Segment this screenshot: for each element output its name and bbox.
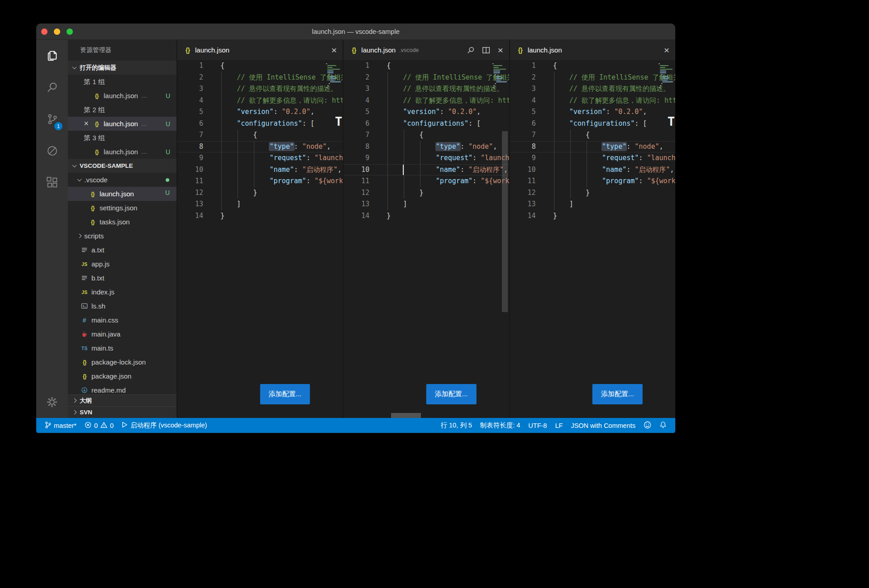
close-editor-icon[interactable]: × xyxy=(83,120,90,127)
file-item-b.txt[interactable]: b.txt xyxy=(68,271,177,285)
explorer-header[interactable]: VSCODE-SAMPLE xyxy=(68,159,177,173)
status-text: LF xyxy=(555,422,563,429)
code-line: 10 "name": "启动程序", xyxy=(177,164,343,176)
file-item-main.java[interactable]: main.java xyxy=(68,327,177,341)
code-text: // 使用 IntelliSense 了解相关属性。 xyxy=(536,72,675,84)
close-tab-button[interactable]: × xyxy=(497,46,503,55)
search-button[interactable] xyxy=(467,46,475,54)
close-tab-button[interactable]: × xyxy=(664,46,669,55)
code-line: 12 } xyxy=(510,187,675,199)
activity-source-control-button[interactable]: 1 xyxy=(36,103,68,135)
code-line: 2 // 使用 IntelliSense 了解相关属性。 xyxy=(510,72,675,84)
status-encoding[interactable]: UTF-8 xyxy=(524,418,551,433)
status-run-task[interactable]: 启动程序 (vscode-sample) xyxy=(118,418,211,433)
zoom-window-button[interactable] xyxy=(67,28,73,35)
tab-launch-json[interactable]: {}launch.json xyxy=(177,46,229,54)
sh-icon xyxy=(81,303,88,309)
status-language-mode[interactable]: JSON with Comments xyxy=(567,418,640,433)
split-editor-button[interactable] xyxy=(482,46,490,54)
activity-settings-button[interactable] xyxy=(36,386,68,418)
indent-guide xyxy=(254,141,254,187)
activity-extensions-button[interactable] xyxy=(36,166,68,198)
line-number: 6 xyxy=(510,118,536,130)
file-item-launch.json[interactable]: {}launch.jsonU xyxy=(68,187,177,201)
activity-explorer-button[interactable] xyxy=(36,40,68,71)
file-item-a.txt[interactable]: a.txt xyxy=(68,243,177,257)
titlebar[interactable]: launch.json — vscode-sample xyxy=(36,24,675,40)
code-line: 1{ xyxy=(177,60,343,72)
line-number: 10 xyxy=(177,164,203,176)
horizontal-scrollbar[interactable] xyxy=(391,413,421,418)
editor-content[interactable]: 1{2 // 使用 IntelliSense 了解相关属性。3 // 悬停以查看… xyxy=(344,60,509,418)
code-text: // 悬停以查看现有属性的描述。 xyxy=(369,83,503,95)
file-item-main.css[interactable]: #main.css xyxy=(68,313,177,327)
file-item-index.js[interactable]: JSindex.js xyxy=(68,285,177,299)
minimize-window-button[interactable] xyxy=(54,28,60,35)
status-text: UTF-8 xyxy=(528,422,547,429)
open-editor-item[interactable]: ×{}launch.json…U xyxy=(68,89,177,103)
status-notifications[interactable] xyxy=(655,418,671,433)
branch-icon xyxy=(45,421,51,430)
tab-launch-json[interactable]: {}launch.json xyxy=(510,46,562,54)
editor-content[interactable]: 1{2 // 使用 IntelliSense 了解相关属性。3 // 悬停以查看… xyxy=(510,60,675,418)
folder-item-scripts[interactable]: scripts xyxy=(68,229,177,243)
status-feedback[interactable] xyxy=(640,418,655,433)
status-problems[interactable]: 00 xyxy=(81,418,118,433)
code-line: 7 { xyxy=(510,129,675,141)
json-icon: {} xyxy=(89,205,96,211)
json-icon: {} xyxy=(89,219,96,225)
activity-search-button[interactable] xyxy=(36,71,68,103)
status-eol[interactable]: LF xyxy=(551,418,567,433)
editor-content[interactable]: 1{2 // 使用 IntelliSense 了解相关属性。3 // 悬停以查看… xyxy=(177,60,343,418)
minimap[interactable] xyxy=(326,63,341,89)
file-item-package.json[interactable]: {}package.json xyxy=(68,369,177,383)
line-number: 7 xyxy=(344,129,369,141)
line-number: 11 xyxy=(510,175,536,187)
git-status-badge: U xyxy=(165,189,170,196)
sidebar-section-svn[interactable]: SVN xyxy=(68,406,177,418)
vertical-scrollbar[interactable] xyxy=(502,131,508,312)
folder-item-.vscode[interactable]: .vscode xyxy=(68,173,177,187)
status-git-branch[interactable]: master* xyxy=(41,418,81,433)
code-text: "type": "node", xyxy=(369,141,497,153)
code-line: 9 "request": "launch", xyxy=(177,152,343,164)
activity-run-debug-button[interactable] xyxy=(36,135,68,166)
tab-launch-json[interactable]: {}launch.json.vscode xyxy=(344,46,419,54)
add-configuration-button[interactable]: 添加配置... xyxy=(592,384,643,404)
indent-guide xyxy=(554,72,554,210)
close-window-button[interactable] xyxy=(41,28,48,35)
code-text: "request": "launch", xyxy=(203,152,343,164)
minimap[interactable] xyxy=(492,63,508,89)
sidebar-section-outline[interactable]: 大纲 xyxy=(68,394,177,406)
minimap[interactable] xyxy=(659,63,674,89)
open-editor-item[interactable]: ×{}launch.json…U xyxy=(68,117,177,131)
overlay-letter: T xyxy=(668,114,675,128)
line-number: 12 xyxy=(177,187,203,199)
status-cursor-position[interactable]: 行 10, 列 5 xyxy=(436,418,476,433)
file-item-tasks.json[interactable]: {}tasks.json xyxy=(68,215,177,229)
status-text: master* xyxy=(54,422,76,429)
file-item-app.js[interactable]: JSapp.js xyxy=(68,257,177,271)
line-number: 2 xyxy=(177,72,203,84)
status-tab-size[interactable]: 制表符长度: 4 xyxy=(476,418,525,433)
open-editor-item[interactable]: ×{}launch.json…U xyxy=(68,145,177,159)
code-text: "name": "启动程序", xyxy=(203,164,342,176)
code-line: 2 // 使用 IntelliSense 了解相关属性。 xyxy=(177,72,343,84)
code-text: { xyxy=(369,60,391,72)
file-item-main.ts[interactable]: TSmain.ts xyxy=(68,341,177,355)
add-configuration-button[interactable]: 添加配置... xyxy=(260,384,310,404)
file-item-readme.md[interactable]: readme.md xyxy=(68,383,177,394)
file-item-package-lock.json[interactable]: {}package-lock.json xyxy=(68,355,177,369)
warning-icon xyxy=(100,422,107,430)
close-tab-button[interactable]: × xyxy=(331,46,337,55)
add-configuration-button[interactable]: 添加配置... xyxy=(426,384,477,404)
line-number: 7 xyxy=(510,129,536,141)
code-line: 6 "configurations": [ xyxy=(177,118,343,130)
window-title: launch.json — vscode-sample xyxy=(312,28,399,35)
file-item-ls.sh[interactable]: ls.sh xyxy=(68,299,177,313)
file-name: .vscode xyxy=(84,176,108,184)
line-number: 1 xyxy=(344,60,369,72)
git-status-badge: U xyxy=(166,148,170,156)
open-editors-header[interactable]: 打开的编辑器 xyxy=(68,61,177,75)
file-item-settings.json[interactable]: {}settings.json xyxy=(68,201,177,215)
